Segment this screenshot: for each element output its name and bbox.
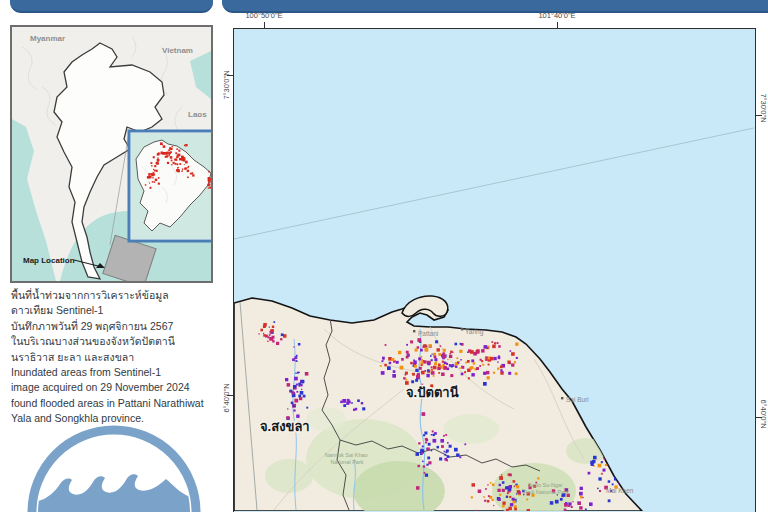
axis-label-latitude: 6°40'0"N <box>222 373 232 423</box>
country-label: Laos <box>188 110 207 119</box>
description-line: ในบริเวณบางส่วนของจังหวัดปัตตานี <box>11 334 221 349</box>
country-label: Myanmar <box>30 34 65 43</box>
description-line: ดาวเทียม Sentinel-1 <box>11 303 221 318</box>
province-label: จ.สงขลา <box>260 419 310 434</box>
place-label: Pattani <box>418 330 438 337</box>
place-label: Sai Buri <box>566 396 589 403</box>
axis-tick <box>264 22 265 28</box>
axis-label-longitude: 101°40'0"E <box>527 11 587 20</box>
description-line: บันทึกภาพวันที่ 29 พฤศจิกายน 2567 <box>11 319 221 334</box>
country-label: Vietnam <box>162 46 193 55</box>
province-label: จ.ปัตตานี <box>406 385 459 400</box>
description-block: พื้นที่น้ำท่วมจากการวิเคราะห์ข้อมูล ดาวเ… <box>11 288 221 427</box>
header-bar-left <box>10 0 213 13</box>
axis-label-longitude: 100°50'0"E <box>234 11 294 20</box>
description-line: พื้นที่น้ำท่วมจากการวิเคราะห์ข้อมูล <box>11 288 221 303</box>
axis-label-latitude: 6°40'0"N <box>758 389 768 439</box>
description-line: image acquired on 29 November 2024 <box>11 380 221 395</box>
header-bar-right <box>222 0 768 13</box>
wave-icon <box>24 424 204 512</box>
park-label: Budo Su-Ngai Padi National Park <box>523 482 569 495</box>
park-label: Namtok Sai Khao National Park <box>325 452 369 465</box>
inset-extent-box <box>129 131 211 241</box>
place-label: Yaring <box>465 328 484 336</box>
axis-label-latitude: 7°30'0"N <box>222 60 232 110</box>
description-line: found flooded areas in Pattani Narathiwa… <box>11 396 221 411</box>
agency-logo <box>24 424 204 512</box>
map-location-label: Map Location <box>23 256 75 265</box>
axis-tick <box>557 22 558 28</box>
description-line: นราธิวาส ยะลา และสงขลา <box>11 350 221 365</box>
axis-label-latitude: 7°30'0"N <box>758 83 768 133</box>
main-map-panel: Pattani Yaring Sai Buri Mai Kaen Namtok … <box>233 28 756 512</box>
main-map: Pattani Yaring Sai Buri Mai Kaen Namtok … <box>234 29 754 511</box>
overview-map: Myanmar Vietnam Laos Map Location <box>12 27 211 281</box>
description-line: Inundated areas from Sentinel-1 <box>11 365 221 380</box>
place-label: Mai Kaen <box>606 487 634 494</box>
overview-panel: Myanmar Vietnam Laos Map Location <box>10 25 213 283</box>
